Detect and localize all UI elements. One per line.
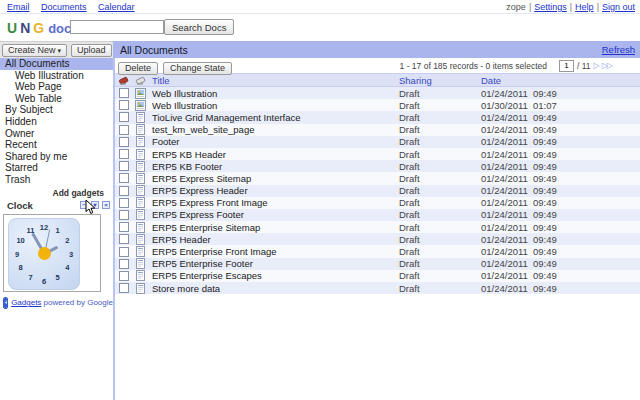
document-title[interactable]: ERP5 Enterprise Escapes — [152, 270, 399, 281]
row-checkbox[interactable] — [119, 198, 129, 208]
document-date: 01/30/201101:07 — [481, 100, 640, 111]
row-checkbox[interactable] — [119, 222, 129, 232]
web-page-document-icon — [135, 246, 146, 257]
sidebar-item[interactable]: Trash — [0, 174, 113, 186]
document-title[interactable]: ERP5 Header — [152, 234, 399, 245]
sidebar-item[interactable]: Recent — [0, 139, 113, 151]
action-button[interactable]: Delete — [118, 62, 158, 75]
table-row[interactable]: Web Illustration Draft 01/24/201109:49 — [115, 87, 640, 99]
document-title[interactable]: TioLive Grid Management Interface — [152, 112, 399, 123]
table-row[interactable]: ERP5 Enterprise Escapes Draft 01/24/2011… — [115, 270, 640, 282]
document-title[interactable]: ERP5 Express Header — [152, 185, 399, 196]
document-title[interactable]: test_km_web_site_page — [152, 124, 399, 135]
top-link-sign-out[interactable]: Sign out — [602, 2, 635, 12]
table-row[interactable]: Footer Draft 01/24/201109:49 — [115, 136, 640, 148]
document-title[interactable]: ERP5 Express Footer — [152, 209, 399, 220]
document-title[interactable]: ERP5 Enterprise Sitemap — [152, 222, 399, 233]
sidebar-item[interactable]: Web Illustration — [0, 70, 113, 82]
document-title[interactable]: Store more data — [152, 283, 399, 294]
next-page-icon[interactable]: ▷ — [594, 61, 599, 70]
table-row[interactable]: ERP5 KB Header Draft 01/24/201109:49 — [115, 148, 640, 160]
sidebar-item[interactable]: Web Table — [0, 93, 113, 105]
document-title[interactable]: Footer — [152, 136, 399, 147]
column-title[interactable]: Title — [152, 75, 399, 86]
time-value: 09:49 — [533, 197, 557, 208]
clock-number: 2 — [65, 236, 69, 245]
table-row[interactable]: TioLive Grid Management Interface Draft … — [115, 111, 640, 123]
search-docs-button[interactable]: Search Docs — [164, 19, 234, 35]
column-date[interactable]: Date — [481, 75, 640, 86]
sidebar-item[interactable]: Starred — [0, 162, 113, 174]
upload-button[interactable]: Upload — [71, 44, 112, 57]
row-checkbox[interactable] — [119, 88, 129, 98]
section-header: All Documents Refresh — [113, 41, 640, 58]
table-row[interactable]: ERP5 Express Header Draft 01/24/201109:4… — [115, 185, 640, 197]
sidebar-item[interactable]: Owner — [0, 128, 113, 140]
row-checkbox[interactable] — [119, 283, 129, 293]
document-title[interactable]: ERP5 Enterprise Front Image — [152, 246, 399, 257]
document-title[interactable]: ERP5 Express Front Image — [152, 197, 399, 208]
action-button[interactable]: Change State — [163, 62, 232, 75]
row-checkbox[interactable] — [119, 125, 129, 135]
row-checkbox[interactable] — [119, 149, 129, 159]
refresh-link[interactable]: Refresh — [602, 44, 635, 55]
last-page-icon[interactable]: ▷▷ — [602, 61, 612, 70]
row-checkbox[interactable] — [119, 210, 129, 220]
search-input[interactable] — [70, 20, 164, 34]
top-link-calendar[interactable]: Calendar — [98, 2, 135, 12]
top-link-help[interactable]: Help — [575, 2, 594, 12]
table-row[interactable]: ERP5 Express Footer Draft 01/24/201109:4… — [115, 209, 640, 221]
sidebar-item[interactable]: All Documents — [0, 58, 113, 70]
sidebar-item[interactable]: Shared by me — [0, 151, 113, 163]
document-title[interactable]: Web Illustration — [152, 88, 399, 99]
list-actions: DeleteChange State 1 - 17 of 185 records… — [115, 58, 640, 73]
create-new-button[interactable]: Create New▾ — [2, 44, 67, 57]
table-row[interactable]: ERP5 Express Sitemap Draft 01/24/201109:… — [115, 172, 640, 184]
table-row[interactable]: ERP5 Express Front Image Draft 01/24/201… — [115, 197, 640, 209]
sidebar-item[interactable]: Web Page — [0, 81, 113, 93]
pagination: / 11 ▷ ▷▷ — [559, 60, 612, 72]
row-checkbox[interactable] — [119, 259, 129, 269]
row-checkbox[interactable] — [119, 137, 129, 147]
row-checkbox[interactable] — [119, 234, 129, 244]
close-icon[interactable]: × — [102, 201, 110, 209]
table-row[interactable]: ERP5 Enterprise Footer Draft 01/24/20110… — [115, 258, 640, 270]
table-row[interactable]: ERP5 Header Draft 01/24/201109:49 — [115, 233, 640, 245]
time-value: 09:49 — [533, 136, 557, 147]
table-row[interactable]: Web Illustration Draft 01/30/201101:07 — [115, 99, 640, 111]
table-row[interactable]: test_km_web_site_page Draft 01/24/201109… — [115, 124, 640, 136]
document-date: 01/24/201109:49 — [481, 124, 640, 135]
google-badge-icon: + Google — [3, 297, 8, 309]
sidebar-item[interactable]: Hidden — [0, 116, 113, 128]
table-row[interactable]: Store more data Draft 01/24/201109:49 — [115, 282, 640, 294]
row-checkbox[interactable] — [119, 271, 129, 281]
document-title[interactable]: ERP5 Enterprise Footer — [152, 258, 399, 269]
document-date: 01/24/201109:49 — [481, 185, 640, 196]
gray-seal-icon[interactable] — [135, 75, 146, 86]
top-link-documents[interactable]: Documents — [41, 2, 87, 12]
gadgets-link[interactable]: Gadgets — [11, 298, 41, 307]
row-checkbox[interactable] — [119, 161, 129, 171]
add-gadgets-link[interactable]: Add gadgets — [0, 188, 104, 198]
row-checkbox[interactable] — [119, 100, 129, 110]
document-title[interactable]: ERP5 KB Footer — [152, 161, 399, 172]
logo-letter: G — [33, 20, 44, 36]
document-title[interactable]: Web Illustration — [152, 100, 399, 111]
row-checkbox[interactable] — [119, 186, 129, 196]
document-title[interactable]: ERP5 KB Header — [152, 149, 399, 160]
table-row[interactable]: ERP5 Enterprise Sitemap Draft 01/24/2011… — [115, 221, 640, 233]
row-checkbox[interactable] — [119, 112, 129, 122]
page-input[interactable] — [559, 60, 574, 72]
table-row[interactable]: ERP5 KB Footer Draft 01/24/201109:49 — [115, 160, 640, 172]
top-link-settings[interactable]: Settings — [534, 2, 567, 12]
document-title[interactable]: ERP5 Express Sitemap — [152, 173, 399, 184]
top-link-email[interactable]: Email — [7, 2, 30, 12]
red-seal-icon[interactable] — [118, 75, 129, 86]
row-checkbox[interactable] — [119, 247, 129, 257]
column-sharing[interactable]: Sharing — [399, 75, 481, 86]
web-page-document-icon — [135, 124, 146, 135]
sharing-state: Draft — [399, 246, 481, 257]
row-checkbox[interactable] — [119, 173, 129, 183]
sidebar-item[interactable]: By Subject — [0, 104, 113, 116]
table-row[interactable]: ERP5 Enterprise Front Image Draft 01/24/… — [115, 245, 640, 257]
